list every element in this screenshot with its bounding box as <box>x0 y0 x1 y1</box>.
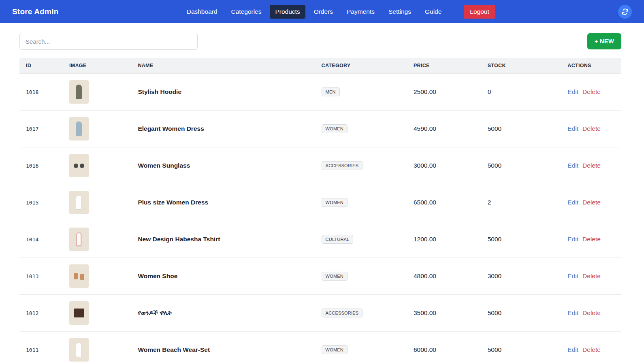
edit-link[interactable]: Edit <box>567 88 578 95</box>
product-image <box>69 301 89 325</box>
product-price: 3500.00 <box>407 295 481 332</box>
product-id: 1016 <box>19 147 63 184</box>
edit-link[interactable]: Edit <box>567 162 578 169</box>
product-image <box>69 338 89 362</box>
category-badge: CULTURAL <box>322 235 354 244</box>
product-stock: 5000 <box>481 221 561 258</box>
product-stock: 3000 <box>481 258 561 295</box>
product-stock: 2 <box>481 184 561 221</box>
category-badge: WOMEN <box>322 198 348 207</box>
table-row: 1015 Plus size Women Dress WOMEN 6500.00… <box>19 184 621 221</box>
edit-link[interactable]: Edit <box>567 272 578 279</box>
top-navbar: Store Admin Dashboard Categories Product… <box>0 0 644 23</box>
nav-item-settings[interactable]: Settings <box>383 5 416 19</box>
nav-item-dashboard[interactable]: Dashboard <box>181 5 223 19</box>
header-category: CATEGORY <box>315 58 407 74</box>
product-price: 6000.00 <box>407 332 481 364</box>
delete-link[interactable]: Delete <box>582 125 601 132</box>
product-stock: 5000 <box>481 147 561 184</box>
header-name: NAME <box>131 58 315 74</box>
product-price: 2500.00 <box>407 74 481 111</box>
product-image <box>69 154 89 177</box>
product-id: 1015 <box>19 184 63 221</box>
header-price: PRICE <box>407 58 481 74</box>
delete-link[interactable]: Delete <box>582 199 601 206</box>
product-image <box>69 228 89 251</box>
brand-title: Store Admin <box>12 7 58 16</box>
header-id: ID <box>19 58 63 74</box>
nav-item-payments[interactable]: Payments <box>341 5 380 19</box>
product-name: Stylish Hoodie <box>131 74 315 111</box>
sync-icon <box>621 8 629 15</box>
table-row: 1011 Women Beach Wear-Set WOMEN 6000.00 … <box>19 332 621 364</box>
table-row: 1014 New Design Habesha Tshirt CULTURAL … <box>19 221 621 258</box>
edit-link[interactable]: Edit <box>567 346 578 353</box>
category-badge: WOMEN <box>322 272 348 281</box>
table-row: 1012 የወንዶች ዋሌት ACCESSORIES 3500.00 5000 … <box>19 295 621 332</box>
refresh-button[interactable] <box>618 5 632 19</box>
product-id: 1011 <box>19 332 63 364</box>
product-name: Elegant Women Dress <box>131 111 315 147</box>
product-price: 4590.00 <box>407 111 481 147</box>
nav-item-products[interactable]: Products <box>270 5 305 19</box>
products-table: ID IMAGE NAME CATEGORY PRICE STOCK ACTIO… <box>19 58 621 364</box>
table-row: 1018 Stylish Hoodie MEN 2500.00 0 EditDe… <box>19 74 621 111</box>
delete-link[interactable]: Delete <box>582 272 601 279</box>
add-new-button[interactable]: + NEW <box>587 33 621 49</box>
product-stock: 5000 <box>481 111 561 147</box>
product-image <box>69 80 89 104</box>
product-stock: 0 <box>481 74 561 111</box>
product-stock: 5000 <box>481 295 561 332</box>
table-row: 1013 Women Shoe WOMEN 4800.00 3000 EditD… <box>19 258 621 295</box>
edit-link[interactable]: Edit <box>567 125 578 132</box>
products-table-container: ID IMAGE NAME CATEGORY PRICE STOCK ACTIO… <box>19 58 621 364</box>
product-id: 1018 <box>19 74 63 111</box>
table-header-row: ID IMAGE NAME CATEGORY PRICE STOCK ACTIO… <box>19 58 621 74</box>
product-name: Women Sunglass <box>131 147 315 184</box>
table-row: 1017 Elegant Women Dress WOMEN 4590.00 5… <box>19 111 621 147</box>
edit-link[interactable]: Edit <box>567 309 578 316</box>
edit-link[interactable]: Edit <box>567 199 578 206</box>
product-name: Women Shoe <box>131 258 315 295</box>
product-image <box>69 264 89 288</box>
delete-link[interactable]: Delete <box>582 162 601 169</box>
toolbar: + NEW <box>0 23 644 50</box>
product-stock: 5000 <box>481 332 561 364</box>
product-name: Plus size Women Dress <box>131 184 315 221</box>
product-name: Women Beach Wear-Set <box>131 332 315 364</box>
header-stock: STOCK <box>481 58 561 74</box>
header-image: IMAGE <box>63 58 131 74</box>
table-row: 1016 Women Sunglass ACCESSORIES 3000.00 … <box>19 147 621 184</box>
delete-link[interactable]: Delete <box>582 309 601 316</box>
delete-link[interactable]: Delete <box>582 236 601 243</box>
product-name: የወንዶች ዋሌት <box>131 295 315 332</box>
product-price: 6500.00 <box>407 184 481 221</box>
category-badge: ACCESSORIES <box>322 309 363 317</box>
product-image <box>69 117 89 140</box>
product-id: 1013 <box>19 258 63 295</box>
category-badge: WOMEN <box>322 345 348 354</box>
product-price: 3000.00 <box>407 147 481 184</box>
category-badge: MEN <box>322 87 340 96</box>
edit-link[interactable]: Edit <box>567 236 578 243</box>
delete-link[interactable]: Delete <box>582 346 601 353</box>
delete-link[interactable]: Delete <box>582 88 601 95</box>
nav-menu: Dashboard Categories Products Orders Pay… <box>58 5 618 19</box>
header-actions: ACTIONS <box>561 58 621 74</box>
product-price: 1200.00 <box>407 221 481 258</box>
product-price: 4800.00 <box>407 258 481 295</box>
product-image <box>69 191 89 214</box>
nav-item-categories[interactable]: Categories <box>226 5 267 19</box>
product-id: 1014 <box>19 221 63 258</box>
nav-item-orders[interactable]: Orders <box>309 5 338 19</box>
category-badge: WOMEN <box>322 124 348 133</box>
logout-button[interactable]: Logout <box>464 5 495 19</box>
product-id: 1012 <box>19 295 63 332</box>
search-input[interactable] <box>19 33 198 50</box>
product-name: New Design Habesha Tshirt <box>131 221 315 258</box>
product-id: 1017 <box>19 111 63 147</box>
category-badge: ACCESSORIES <box>322 161 363 170</box>
nav-item-guide[interactable]: Guide <box>420 5 447 19</box>
